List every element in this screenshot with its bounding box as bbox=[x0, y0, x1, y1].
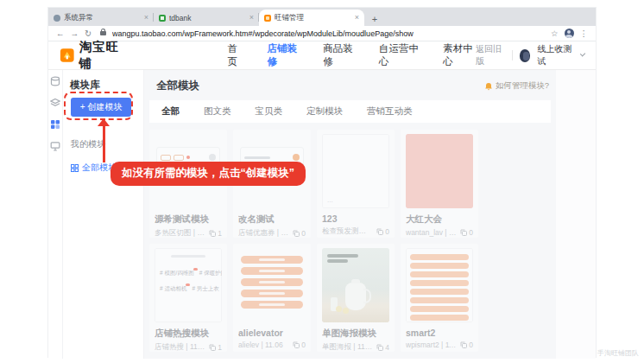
manage-modules-help-link[interactable]: 如何管理模块? bbox=[484, 80, 549, 92]
main-content: 全部模块 如何管理模块? 全部 图文类 宝贝类 定制模块 营销互动类 bbox=[144, 70, 556, 359]
card-meta: alielev | 11.06 0 bbox=[238, 341, 306, 349]
usage-count: 1 bbox=[209, 229, 222, 238]
usage-count: 1 bbox=[209, 343, 222, 352]
ellipsis-icon: ... bbox=[327, 196, 333, 204]
count-value: 0 bbox=[385, 227, 389, 236]
hot-search-tag: # 运动相机 bbox=[160, 285, 186, 293]
preview-pill bbox=[241, 278, 303, 286]
guide-highlight-dashed-box bbox=[64, 92, 133, 120]
module-card[interactable]: 大红大会 wantan_lav | 11.06 0 bbox=[401, 130, 478, 238]
card-preview bbox=[322, 248, 389, 322]
nav-shop-decorate[interactable]: 店铺装修 bbox=[268, 42, 300, 68]
usage-count: 0 bbox=[293, 341, 306, 349]
card-title: alielevator bbox=[238, 328, 306, 338]
card-preview bbox=[406, 134, 473, 208]
count-value: 1 bbox=[218, 229, 222, 238]
browser-tab-3-active[interactable]: 旺铺管理 × bbox=[259, 10, 364, 26]
header-right: 返回旧版 线上收测试 bbox=[476, 43, 584, 67]
nav-self-operation[interactable]: 自运营中心 bbox=[379, 42, 420, 68]
usage-count: 0 bbox=[460, 228, 473, 237]
nav-home[interactable]: 首页 bbox=[228, 42, 244, 68]
filter-image-text[interactable]: 图文类 bbox=[204, 105, 231, 118]
layers-icon[interactable] bbox=[50, 98, 60, 108]
usage-count: 0 bbox=[376, 227, 389, 236]
monitor-icon[interactable] bbox=[50, 141, 60, 151]
back-to-old-version-link[interactable]: 返回旧版 bbox=[476, 43, 505, 67]
card-meta-text: 检查预发测试模块需要 | 11... bbox=[322, 226, 373, 237]
filter-all[interactable]: 全部 bbox=[161, 105, 180, 118]
new-tab-button[interactable]: + bbox=[368, 14, 382, 26]
card-title: 大红大会 bbox=[406, 213, 473, 226]
copies-icon bbox=[293, 341, 300, 348]
count-value: 1 bbox=[218, 343, 222, 352]
card-meta-text: 店铺优惠券 | 11.06 bbox=[238, 228, 289, 239]
account-avatar[interactable] bbox=[520, 49, 531, 62]
tab2-close-icon[interactable]: × bbox=[249, 14, 254, 22]
copies-icon bbox=[376, 228, 383, 235]
card-title: 源希测试模块 bbox=[155, 213, 222, 226]
address-bar[interactable]: wangpu.taobao.com/wpFramework.htm#/wpdec… bbox=[112, 29, 545, 38]
panel-title: 模块库 bbox=[68, 79, 138, 91]
copies-icon bbox=[293, 230, 300, 237]
usage-count: 4 bbox=[376, 343, 389, 352]
filter-item[interactable]: 宝贝类 bbox=[256, 105, 283, 118]
account-name[interactable]: 线上收测试 bbox=[537, 43, 573, 67]
nav-material-center[interactable]: 素材中心 bbox=[443, 42, 476, 68]
copies-icon bbox=[460, 341, 467, 348]
copies-icon bbox=[209, 230, 216, 237]
bookmark-star-icon[interactable]: ☆ bbox=[551, 29, 559, 38]
count-value: 0 bbox=[469, 341, 473, 349]
filter-custom[interactable]: 定制模块 bbox=[306, 105, 343, 118]
preview-pink-sheet bbox=[406, 134, 473, 208]
browser-menu-kebab-icon[interactable]: ⋮ bbox=[580, 29, 589, 38]
filter-marketing[interactable]: 营销互动类 bbox=[367, 105, 413, 118]
browser-toolbar: ← → ↻ wangpu.taobao.com/wpFramework.htm#… bbox=[48, 26, 596, 41]
hot-search-tag: # 模图/四维图 bbox=[160, 270, 194, 277]
card-preview bbox=[406, 248, 473, 322]
copies-icon bbox=[376, 344, 383, 351]
modules-icon[interactable] bbox=[50, 119, 60, 130]
card-preview bbox=[238, 248, 306, 322]
header-divider bbox=[512, 50, 513, 60]
back-icon[interactable]: ← bbox=[56, 29, 65, 38]
nav-item-decorate[interactable]: 商品装修 bbox=[323, 42, 356, 68]
tab2-favicon-icon bbox=[159, 15, 166, 22]
card-meta: wantan_lav | 11.06 0 bbox=[406, 228, 473, 237]
card-meta: 多热区切图 | 11.06 1 bbox=[155, 228, 222, 239]
preview-photo bbox=[322, 248, 389, 322]
card-meta: 店铺热搜 | 11.06 1 bbox=[155, 342, 222, 353]
preview-blank-sheet: ... bbox=[322, 134, 389, 208]
help-link-label: 如何管理模块? bbox=[496, 80, 549, 92]
page: 系统异常 × tdbank × 旺铺管理 × + ← → ↻ wangp bbox=[0, 0, 644, 363]
card-meta-text: 店铺热搜 | 11.06 bbox=[155, 342, 205, 353]
module-card[interactable]: ... 123 检查预发测试模块需要 | 11... 0 bbox=[317, 130, 395, 238]
module-card[interactable]: 单图海报模块 单图海报 | 11.06 4 bbox=[317, 244, 395, 352]
browser-profile-avatar[interactable] bbox=[565, 29, 574, 38]
page-title: 全部模块 bbox=[156, 79, 199, 93]
hot-search-tag: # 男士上衣 bbox=[192, 285, 218, 293]
guide-callout: 如没有所需的模块，点击“创建模块” bbox=[110, 162, 306, 186]
chevron-down-icon[interactable] bbox=[579, 51, 585, 57]
tab3-close-icon[interactable]: × bbox=[355, 14, 359, 22]
tab1-title: 系统异常 bbox=[64, 13, 141, 23]
module-card[interactable]: # 模图/四维图 # 保暖护膝 # 运动相机 # 男士上衣 店铺热搜模块 bbox=[149, 244, 227, 352]
tab3-title: 旺铺管理 bbox=[275, 13, 351, 23]
reload-icon[interactable]: ↻ bbox=[85, 29, 92, 38]
module-card[interactable]: alielevator alielev | 11.06 0 bbox=[233, 244, 311, 352]
hot-search-tag: # 保暖护膝 bbox=[199, 270, 222, 277]
logo[interactable]: 淘宝旺铺 bbox=[60, 39, 126, 72]
browser-tab-2[interactable]: tdbank × bbox=[154, 10, 259, 26]
main-nav: 首页 店铺装修 商品装修 自运营中心 素材中心 bbox=[228, 42, 476, 68]
app-header: 淘宝旺铺 首页 店铺装修 商品装修 自运营中心 素材中心 返回旧版 线上收测试 bbox=[48, 41, 596, 70]
tab3-favicon-icon bbox=[264, 15, 271, 22]
data-source-icon[interactable] bbox=[50, 76, 60, 86]
usage-count: 0 bbox=[460, 341, 473, 349]
bell-icon bbox=[484, 82, 493, 91]
browser-tab-1[interactable]: 系统异常 × bbox=[48, 10, 154, 26]
forward-icon[interactable]: → bbox=[71, 29, 79, 38]
preview-tags-sheet: # 模图/四维图 # 保暖护膝 # 运动相机 # 男士上衣 bbox=[155, 248, 222, 322]
module-card[interactable]: smart2 wpismart2 | 11.06 0 bbox=[401, 244, 478, 352]
tab1-close-icon[interactable]: × bbox=[144, 14, 148, 22]
card-meta-text: alielev | 11.06 bbox=[238, 341, 289, 349]
card-meta: 店铺优惠券 | 11.06 0 bbox=[238, 228, 306, 239]
